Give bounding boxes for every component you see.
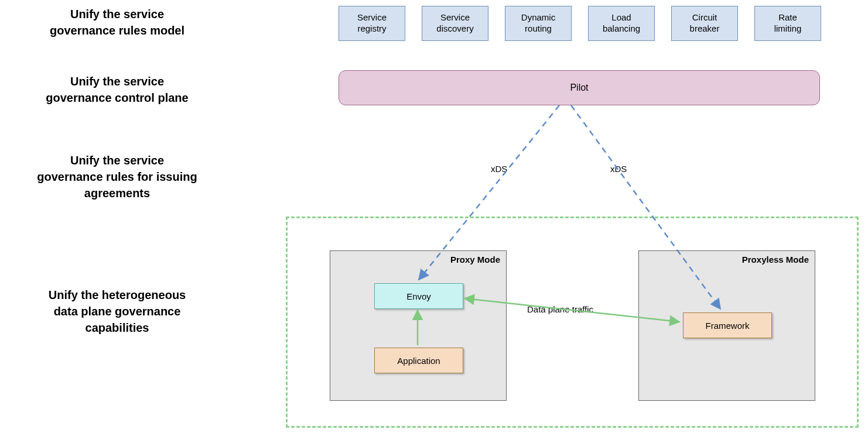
xds-label-right: xDS (610, 164, 627, 174)
xds-label-left: xDS (491, 164, 507, 174)
envoy-box: Envoy (374, 283, 463, 309)
cap-circuit-breaker: Circuitbreaker (671, 6, 738, 41)
cap-service-discovery: Servicediscovery (422, 6, 488, 41)
cap-service-registry: Serviceregistry (339, 6, 405, 41)
framework-box: Framework (683, 312, 772, 338)
proxyless-mode-title: Proxyless Mode (742, 255, 809, 264)
label-data-plane: Unify the heterogeneousdata plane govern… (23, 287, 211, 336)
traffic-label: Data plane traffic (527, 304, 593, 314)
label-control-plane: Unify the servicegovernance control plan… (23, 73, 211, 106)
pilot-box: Pilot (339, 70, 820, 105)
application-box: Application (374, 348, 463, 373)
cap-load-balancing: Loadbalancing (588, 6, 655, 41)
cap-dynamic-routing: Dynamicrouting (505, 6, 572, 41)
label-issuing: Unify the servicegovernance rules for is… (23, 152, 211, 201)
proxy-mode-box: Proxy Mode Envoy Application (330, 250, 507, 401)
proxyless-mode-box: Proxyless Mode Framework (638, 250, 815, 401)
cap-rate-limiting: Ratelimiting (754, 6, 821, 41)
proxy-mode-title: Proxy Mode (450, 255, 500, 264)
label-rules-model: Unify the servicegovernance rules model (23, 6, 211, 39)
